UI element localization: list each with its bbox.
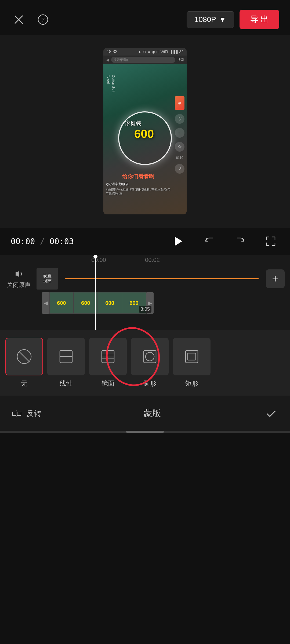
confirm-button[interactable] — [263, 405, 279, 422]
svg-marker-4 — [175, 237, 182, 246]
cover-label: 设置封面 — [43, 273, 52, 284]
mask-label-rect: 矩形 — [185, 379, 198, 388]
share-icon: ↗ — [175, 164, 184, 174]
svg-point-13 — [146, 352, 154, 361]
svg-rect-15 — [188, 353, 196, 360]
section-title: 蒙版 — [144, 408, 161, 419]
strip-handle-left[interactable]: ◀ — [42, 292, 49, 314]
mask-icon-linear[interactable] — [47, 338, 85, 375]
mask-icon-circle[interactable] — [131, 338, 169, 375]
strip-frame-1 — [49, 292, 74, 314]
status-time: 18:32 — [107, 49, 117, 54]
cover-thumbnail[interactable]: 设置封面 — [37, 268, 58, 290]
mask-icon-mirror[interactable] — [89, 338, 127, 375]
video-strip: ◀ ▶ 3:05 — [42, 292, 154, 314]
comment-icon: ··· — [175, 128, 184, 138]
undo-button[interactable] — [201, 233, 218, 250]
like-icon: ♡ — [175, 114, 184, 124]
status-battery: 32 — [179, 50, 183, 54]
strip-duration: 3:05 — [139, 306, 151, 313]
fullscreen-button[interactable] — [262, 233, 279, 250]
video-track-row: ◀ ▶ 3:05 — [5, 292, 285, 314]
bottom-bar: 反转 蒙版 — [0, 396, 290, 431]
help-button[interactable]: ? — [35, 12, 51, 28]
svg-rect-17 — [17, 412, 21, 416]
svg-rect-9 — [102, 350, 114, 363]
reactions-panel: ⊕ ♡ ··· ☆ 8110 ↗ — [175, 96, 184, 174]
mask-option-none[interactable]: 无 — [5, 338, 43, 388]
add-track-button[interactable]: + — [266, 269, 285, 288]
mask-options-list: 无 线性 镜面 — [5, 338, 285, 388]
mask-option-circle[interactable]: 圆形 — [131, 338, 169, 388]
control-buttons — [168, 232, 279, 251]
timeline-orange-bar — [65, 278, 259, 279]
overlay-text: @小棉袄旗舰店 #速眠币 #一次性速眠币 #面料更柔软 #平价好物 #好用不贵经… — [106, 182, 171, 196]
audio-track-row: 关闭原声 设置封面 + — [5, 268, 285, 290]
header-left: ? — [11, 12, 51, 28]
timeline-area: 00:00 00:02 关闭原声 设置封面 + — [0, 255, 290, 330]
svg-text:?: ? — [41, 16, 45, 23]
scroll-indicator — [0, 431, 290, 433]
timeline-cursor — [95, 255, 96, 330]
strip-frame-3 — [98, 292, 122, 314]
mask-label-circle: 圆形 — [143, 379, 156, 388]
redo-button[interactable] — [231, 233, 249, 250]
play-button[interactable] — [168, 232, 187, 251]
reverse-button[interactable]: 反转 — [11, 408, 41, 419]
cta-text: 给你们看看啊 — [106, 173, 171, 180]
strip-frames — [49, 292, 146, 314]
svg-line-6 — [19, 352, 29, 362]
playback-controls: 00:00 / 00:03 — [0, 228, 290, 255]
timeline-tracks: 关闭原声 设置封面 + ◀ ▶ 3:05 — [0, 265, 290, 316]
header: ? 1080P ▼ 导 出 — [0, 0, 290, 35]
price-display: 600 — [134, 127, 154, 141]
svg-rect-16 — [12, 412, 16, 416]
mask-option-mirror[interactable]: 镜面 — [89, 338, 127, 388]
strip-frame-2 — [74, 292, 98, 314]
phone-status-bar: 18:32 ▲⊙●◉□ WiFi▐▐▐ 32 — [103, 48, 187, 56]
scroll-indicator-bar — [126, 431, 164, 433]
timeline-ruler: 00:00 00:02 — [0, 255, 290, 265]
phone-content: Cotton SoftTowel 600 家庭装 ⊕ ♡ ··· ☆ 8110 … — [103, 64, 187, 214]
time-display: 00:00 / 00:03 — [11, 237, 74, 246]
product-label: 家庭装 — [125, 120, 141, 127]
mask-icon-rect[interactable] — [173, 338, 211, 375]
phone-frame: 18:32 ▲⊙●◉□ WiFi▐▐▐ 32 ◀ 搜索想看的 搜索 Cotton… — [103, 48, 187, 214]
reverse-label: 反转 — [26, 408, 41, 419]
audio-track-label: 关闭原声 — [5, 269, 32, 289]
mask-label-linear: 线性 — [60, 379, 73, 388]
mask-label-mirror: 镜面 — [102, 379, 114, 388]
mask-option-rect[interactable]: 矩形 — [173, 338, 211, 388]
preview-area: 18:32 ▲⊙●◉□ WiFi▐▐▐ 32 ◀ 搜索想看的 搜索 Cotton… — [0, 35, 290, 228]
star-icon: ☆ — [175, 142, 184, 152]
ruler-mark-mid: 00:02 — [145, 257, 160, 264]
resolution-selector[interactable]: 1080P ▼ — [187, 11, 234, 28]
mask-option-linear[interactable]: 线性 — [47, 338, 85, 388]
mask-selector: 无 线性 镜面 — [0, 330, 290, 396]
audio-icon — [13, 269, 24, 279]
mask-icon-none[interactable] — [5, 338, 43, 375]
audio-label: 关闭原声 — [7, 281, 31, 289]
mask-label-none: 无 — [21, 379, 27, 388]
close-button[interactable] — [11, 12, 27, 28]
export-button[interactable]: 导 出 — [240, 10, 279, 29]
